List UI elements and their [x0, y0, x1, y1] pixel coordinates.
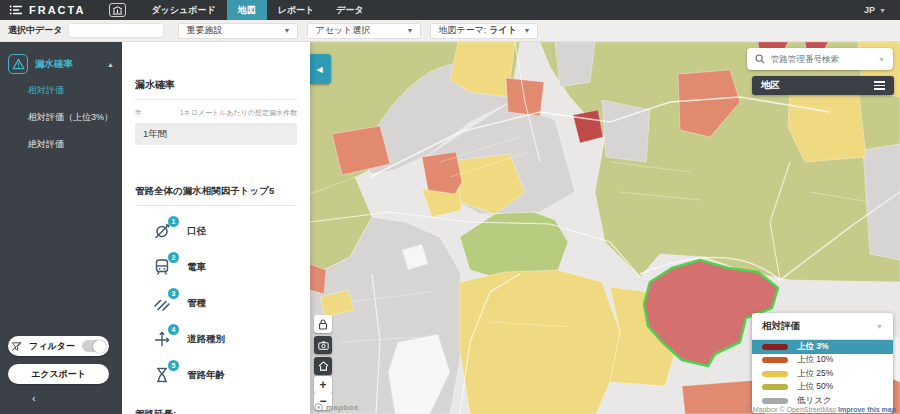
home-icon — [318, 361, 329, 371]
search-icon — [755, 54, 765, 64]
diameter-icon: 1 — [152, 221, 172, 241]
detail-panel: 漏水確率 年 1キロメートルあたりの想定漏水件数 1年間 管路全体の漏水相関因子… — [122, 42, 310, 414]
legend-swatch — [762, 357, 788, 363]
road-type-icon: 4 — [152, 329, 172, 349]
filter-toggle[interactable] — [82, 340, 106, 352]
plus-icon: + — [319, 379, 326, 391]
map-toolbar: 選択中データ 重要施設 ▼ アセット選択 ▼ 地図テーマ:ライト ▼ — [0, 20, 900, 42]
map-region — [602, 100, 650, 162]
screenshot-button[interactable] — [314, 336, 332, 354]
tab-dashboard[interactable]: ダッシュボード — [140, 0, 226, 20]
factor-item-road-type[interactable]: 4 道路種別 — [152, 328, 297, 350]
train-icon: 2 — [152, 257, 172, 277]
warning-triangle-icon — [8, 54, 28, 74]
export-button[interactable]: エクスポート — [8, 364, 109, 384]
sidebar: 漏水確率 ▲ 相対評価 相対評価（上位3%） 絶対評価 フィルター エクスポート… — [0, 42, 122, 414]
legend-item-top3[interactable]: 上位 3% — [752, 340, 893, 354]
map-theme-text: 地図テーマ:ライト — [438, 24, 517, 37]
tab-report[interactable]: レポート — [267, 0, 326, 20]
top-nav-bar: FRACTA ダッシュボード 地図 レポート データ JP ▼ — [0, 0, 900, 20]
pipe-type-icon: 3 — [152, 293, 172, 313]
sidebar-item-absolute-eval[interactable]: 絶対評価 — [28, 138, 122, 151]
app-window: FRACTA ダッシュボード 地図 レポート データ JP ▼ — [0, 0, 900, 414]
topbar-spacer — [375, 0, 864, 20]
brand: FRACTA — [0, 0, 95, 20]
rank-badge: 1 — [168, 216, 179, 227]
factors-title: 管路全体の漏水相関因子トップ5 — [135, 185, 297, 198]
selected-data-input[interactable] — [68, 23, 164, 38]
sidebar-item-relative-eval[interactable]: 相対評価 — [28, 84, 122, 97]
legend-panel: 相対評価 ▼ 上位 3% 上位 10% 上位 25% 上位 50% — [752, 313, 893, 413]
map-theme-dropdown[interactable]: 地図テーマ:ライト ▼ — [430, 23, 538, 39]
factor-item-pipe-age[interactable]: 5 管路年齢 — [152, 364, 297, 386]
chevron-up-icon: ▲ — [107, 61, 114, 68]
factor-item-train[interactable]: 2 電車 — [152, 256, 297, 278]
rank-badge: 2 — [168, 252, 179, 263]
brand-name: FRACTA — [29, 4, 85, 16]
improve-map-link[interactable]: Improve this map — [838, 406, 896, 413]
legend-item-top50[interactable]: 上位 50% — [752, 381, 893, 395]
sidebar-bottom: フィルター エクスポート ‹ — [8, 336, 109, 404]
facility-dropdown-label: 重要施設 — [186, 24, 222, 37]
asset-dropdown-label: アセット選択 — [315, 24, 370, 37]
year-desc: 1キロメートルあたりの想定漏水件数 — [180, 108, 297, 118]
legend-swatch — [762, 344, 788, 350]
mapbox-attribution[interactable]: © Mapbox — [746, 406, 778, 413]
utility-selector[interactable] — [109, 0, 126, 20]
panel-collapse-button[interactable]: ◀ — [310, 54, 331, 84]
year-value-select[interactable]: 1年間 — [135, 123, 297, 145]
panel-title: 漏水確率 — [135, 78, 297, 92]
legend-item-top10[interactable]: 上位 10% — [752, 354, 893, 368]
map-region — [555, 42, 595, 87]
export-label: エクスポート — [31, 368, 86, 381]
menu-icon[interactable] — [874, 81, 885, 89]
district-label: 地区 — [761, 79, 780, 92]
chevron-down-icon: ▼ — [876, 323, 883, 330]
sidebar-items: 相対評価 相対評価（上位3%） 絶対評価 — [28, 84, 122, 151]
map-container: ◀ ▼ 地区 — [310, 42, 900, 414]
pipe-length-title: 管路延長: — [135, 408, 297, 414]
pipe-search-input[interactable] — [771, 54, 872, 64]
year-meta-row: 年 1キロメートルあたりの想定漏水件数 — [135, 108, 297, 118]
mapbox-logo-icon — [314, 403, 323, 412]
filter-button[interactable]: フィルター — [8, 336, 109, 356]
locale-dropdown[interactable]: JP ▼ — [864, 0, 900, 20]
map-attribution: © Mapbox © OpenStreetMap Improve this ma… — [746, 406, 896, 413]
legend-title: 相対評価 — [762, 320, 800, 333]
mapbox-logo[interactable]: mapbox — [314, 403, 358, 412]
pipe-age-icon: 5 — [152, 365, 172, 385]
tab-data[interactable]: データ — [325, 0, 374, 20]
chevron-down-icon: ▼ — [523, 27, 530, 34]
legend-swatch — [762, 384, 788, 390]
legend-header[interactable]: 相対評価 ▼ — [752, 313, 893, 339]
legend-swatch — [762, 371, 788, 377]
factor-item-pipe-type[interactable]: 3 管種 — [152, 292, 297, 314]
divider — [135, 99, 297, 100]
sidebar-item-relative-eval-top3[interactable]: 相対評価（上位3%） — [28, 111, 122, 124]
sidebar-collapse-button[interactable]: ‹ — [32, 392, 44, 404]
lock-icon — [318, 319, 328, 330]
pipe-search-box[interactable]: ▼ — [747, 48, 893, 70]
locale-label: JP — [864, 5, 875, 15]
asset-dropdown[interactable]: アセット選択 ▼ — [307, 23, 421, 39]
sidebar-group-leak-probability[interactable]: 漏水確率 ▲ — [0, 42, 122, 74]
home-button[interactable] — [314, 357, 332, 375]
rank-badge: 3 — [168, 288, 179, 299]
filter-icon — [11, 341, 22, 352]
building-icon — [109, 3, 126, 17]
map-region — [506, 78, 544, 116]
lock-button[interactable] — [314, 315, 332, 333]
selected-data-label: 選択中データ — [8, 24, 62, 37]
fracta-logo-icon — [8, 2, 24, 18]
legend-item-top25[interactable]: 上位 25% — [752, 367, 893, 381]
district-bar[interactable]: 地区 — [752, 76, 894, 95]
facility-dropdown[interactable]: 重要施設 ▼ — [178, 23, 298, 39]
camera-icon — [318, 341, 329, 350]
osm-attribution[interactable]: © OpenStreetMap — [780, 406, 837, 413]
map-region — [422, 152, 462, 194]
tab-map[interactable]: 地図 — [227, 0, 267, 20]
factor-item-diameter[interactable]: 1 口径 — [152, 220, 297, 242]
chevron-down-icon: ▼ — [406, 27, 413, 34]
year-label: 年 — [135, 108, 142, 118]
divider — [135, 205, 297, 206]
